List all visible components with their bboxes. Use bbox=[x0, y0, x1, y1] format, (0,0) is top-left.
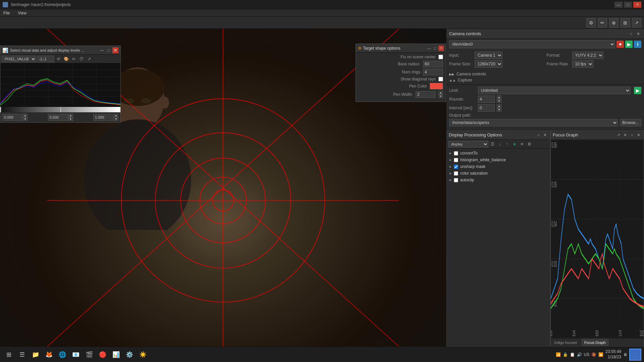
pixel-value-select[interactable]: PIXEL_VALUE bbox=[2, 56, 36, 62]
fg-refresh[interactable]: ○ bbox=[629, 132, 635, 138]
taskbar-browser[interactable]: 🌐 bbox=[56, 349, 68, 361]
hist-min-down[interactable]: ▼ bbox=[23, 117, 28, 121]
frame-size-select[interactable]: 1280x720 bbox=[475, 60, 502, 68]
menu-file[interactable]: File bbox=[1, 10, 12, 16]
taskbar-record[interactable]: 🔴 bbox=[97, 349, 109, 361]
stop-button[interactable]: ■ bbox=[616, 41, 624, 48]
fg-close[interactable]: ✕ bbox=[636, 132, 642, 138]
hist-clock[interactable]: ⏱ bbox=[78, 56, 85, 62]
hist-mid-down[interactable]: ▼ bbox=[68, 117, 73, 121]
dpo-up-icon[interactable]: ↑ bbox=[504, 141, 511, 147]
maximize-button[interactable]: □ bbox=[624, 2, 632, 8]
taskbar-files[interactable]: 📁 bbox=[30, 349, 42, 361]
taskbar-start[interactable]: ⊞ bbox=[3, 349, 15, 361]
dpo-select[interactable]: display bbox=[448, 141, 488, 147]
dpo-check-3[interactable] bbox=[454, 171, 458, 176]
hist-minimize[interactable]: — bbox=[99, 47, 105, 53]
limit-select[interactable]: Unlimited bbox=[478, 87, 631, 94]
fix-scene-center-checkbox[interactable] bbox=[438, 55, 443, 59]
dpo-refresh[interactable]: ○ bbox=[535, 132, 541, 138]
taskbar-chart[interactable]: 📊 bbox=[110, 349, 122, 361]
taskbar-firefox[interactable]: 🦊 bbox=[43, 349, 55, 361]
num-rings-input[interactable] bbox=[423, 69, 443, 75]
interval-down[interactable]: ▼ bbox=[497, 108, 501, 112]
hist-pen[interactable]: ✏ bbox=[70, 56, 77, 62]
rounds-up[interactable]: ▲ bbox=[497, 96, 501, 99]
pen-width-down[interactable]: ▼ bbox=[438, 95, 443, 98]
hist-refresh[interactable]: ↺ bbox=[55, 56, 62, 62]
taskbar-media[interactable]: 🎬 bbox=[83, 349, 95, 361]
tsp-close[interactable]: ✕ bbox=[438, 46, 444, 51]
device-select[interactable]: /dev/video0 bbox=[449, 40, 615, 48]
camera-controls-minimize[interactable]: ○ bbox=[628, 31, 634, 37]
rounds-input[interactable] bbox=[478, 96, 495, 103]
format-select[interactable]: YUYV 4:2:2 bbox=[572, 52, 603, 59]
dpo-item-4[interactable]: ▶ autoclip bbox=[447, 177, 550, 183]
taskbar-settings[interactable]: ⚙️ bbox=[123, 349, 136, 361]
taskbar-sun[interactable]: ☀️ bbox=[137, 349, 149, 361]
hist-export[interactable]: ↗ bbox=[86, 56, 93, 62]
dpo-settings-icon[interactable]: ⚙ bbox=[526, 141, 533, 147]
browse-button[interactable]: Browse... bbox=[620, 119, 641, 126]
hist-close[interactable]: ✕ bbox=[112, 47, 118, 53]
interval-up[interactable]: ▲ bbox=[497, 104, 501, 108]
pen-color-box[interactable] bbox=[430, 83, 443, 89]
minimize-button[interactable]: — bbox=[614, 2, 623, 8]
base-radius-input[interactable] bbox=[423, 61, 443, 67]
interval-input[interactable] bbox=[478, 104, 495, 112]
dpo-check-0[interactable] bbox=[454, 151, 458, 156]
tsp-minimize[interactable]: — bbox=[426, 46, 432, 51]
hist-maximize[interactable]: □ bbox=[106, 47, 112, 53]
toolbar-grid[interactable]: ⊞ bbox=[621, 18, 630, 27]
dpo-item-1[interactable]: ▶ histogram_white_balance bbox=[447, 157, 550, 163]
dpo-check-2[interactable] bbox=[454, 165, 458, 169]
dpo-check-4[interactable] bbox=[454, 178, 458, 182]
fg-tab-focus-graph[interactable]: Focus Graph bbox=[581, 339, 609, 347]
show-diagonal-checkbox[interactable] bbox=[438, 77, 443, 81]
dpo-item-2[interactable]: ▶ unsharp mask bbox=[447, 163, 550, 170]
output-path-select[interactable]: /home/data/scope/xx bbox=[449, 119, 618, 126]
hist-min-up[interactable]: ▲ bbox=[23, 114, 28, 117]
dpo-item-3[interactable]: ▶ color saturation bbox=[447, 170, 550, 177]
frame-rate-select[interactable]: 10 fps bbox=[572, 60, 593, 68]
dpo-list-icon[interactable]: ☰ bbox=[489, 141, 496, 147]
histogram-slider[interactable] bbox=[0, 107, 120, 112]
start-capture-button[interactable]: ▶ bbox=[634, 87, 641, 94]
taskbar-email[interactable]: 📧 bbox=[70, 349, 82, 361]
hist-max-up[interactable]: ▲ bbox=[114, 114, 118, 117]
toolbar-pen[interactable]: ✏ bbox=[598, 18, 607, 27]
input-select[interactable]: Camera 1 bbox=[475, 52, 502, 59]
dpo-item-0[interactable]: ▶ convertTo bbox=[447, 150, 550, 157]
menu-view[interactable]: View bbox=[16, 10, 29, 16]
pen-width-up[interactable]: ▲ bbox=[438, 91, 443, 95]
info-button[interactable]: ℹ bbox=[634, 41, 641, 48]
tsp-maximize[interactable]: □ bbox=[432, 46, 438, 51]
toolbar-export[interactable]: ↗ bbox=[632, 18, 641, 27]
taskbar-menu[interactable]: ☰ bbox=[16, 349, 28, 361]
dpo-remove-icon[interactable]: ✕ bbox=[519, 141, 525, 147]
toolbar-target[interactable]: ⊕ bbox=[609, 18, 619, 27]
dpo-down-icon[interactable]: ↓ bbox=[496, 141, 503, 147]
hist-mid-value[interactable] bbox=[48, 114, 68, 121]
dpo-check-1[interactable] bbox=[454, 158, 458, 162]
close-button[interactable]: ✕ bbox=[633, 2, 641, 8]
dpo-add-icon[interactable]: + bbox=[511, 141, 518, 147]
hist-max-down[interactable]: ▼ bbox=[114, 117, 118, 121]
fg-settings[interactable]: ✕ bbox=[622, 132, 628, 138]
hist-min-value[interactable] bbox=[2, 114, 22, 121]
pen-width-input[interactable] bbox=[416, 91, 436, 98]
pixel-coords-input[interactable] bbox=[37, 56, 54, 62]
fg-tab-indigo[interactable]: Indigo focuser bbox=[551, 339, 581, 347]
hist-color[interactable]: 🎨 bbox=[63, 56, 69, 62]
dpo-close[interactable]: ✕ bbox=[542, 132, 548, 138]
hist-max-value[interactable] bbox=[93, 114, 113, 121]
fg-export[interactable]: ↗ bbox=[615, 132, 622, 138]
rounds-down[interactable]: ▼ bbox=[497, 99, 501, 103]
camera-controls-close[interactable]: ✕ bbox=[635, 31, 641, 37]
hist-mid-up[interactable]: ▲ bbox=[68, 114, 73, 117]
capture-expand[interactable]: ▲▲ Capture bbox=[449, 77, 641, 83]
toolbar-settings[interactable]: ⚙ bbox=[586, 18, 596, 27]
play-button[interactable]: ▶ bbox=[625, 41, 633, 48]
camera-controls-expand[interactable]: ▶▶ Camera controls bbox=[449, 71, 641, 77]
focus-graph-panel: Focus Graph ↗ ✕ ○ ✕ bbox=[550, 130, 644, 347]
